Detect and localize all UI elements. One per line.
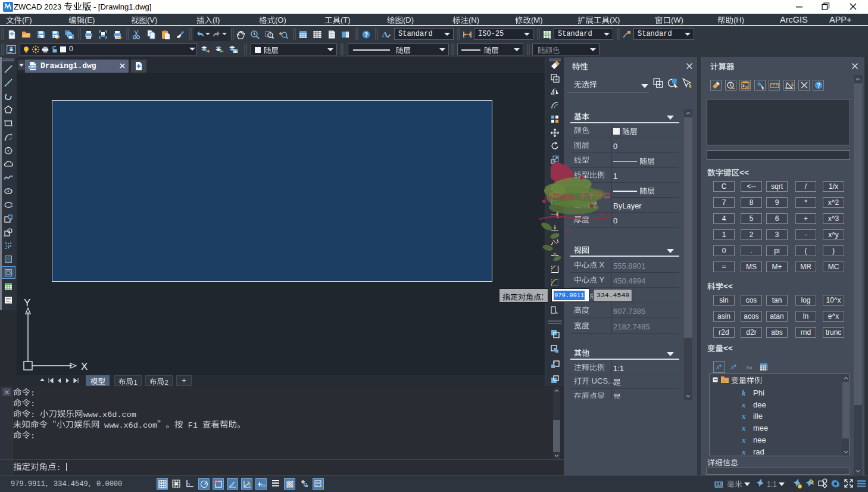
svg-text:Y: Y [24,298,30,309]
svg-text:x: x [730,363,735,371]
svg-text:0.0: 0.0 [717,482,722,486]
svg-text:?: ? [364,32,368,38]
svg-text:x: x [722,378,725,384]
svg-text:X: X [81,361,88,372]
svg-text:?: ? [817,82,820,89]
svg-text:x: x [745,363,750,371]
svg-text:DWG: DWG [29,66,36,69]
svg-text:x: x [716,363,720,371]
